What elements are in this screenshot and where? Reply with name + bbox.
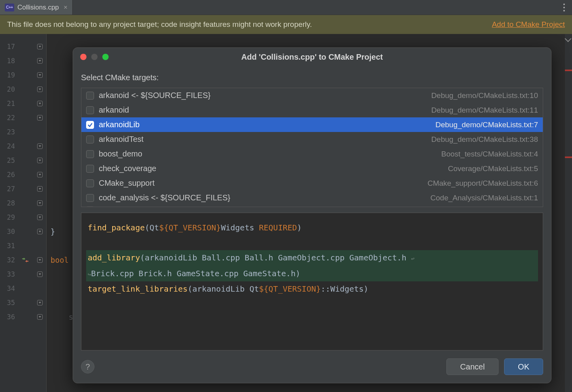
close-icon[interactable]: × [64,4,68,11]
target-name: code_analysis [99,206,421,207]
help-button[interactable]: ? [81,360,94,373]
cmake-preview: find_package(Qt${QT_VERSION}Widgets REQU… [81,213,543,351]
target-path: Debug_demo/CMakeLists.txt:7 [435,121,538,129]
fold-toggle-icon[interactable] [37,229,43,234]
window-controls [80,54,109,60]
cmake-target-row[interactable]: boost_demoBoost_tests/CMakeLists.txt:4 [81,147,543,161]
add-to-cmake-link[interactable]: Add to CMake Project [492,20,565,29]
line-number: 21 [0,96,15,111]
target-checkbox[interactable] [86,136,94,143]
line-number: 18 [0,54,15,68]
banner-message: This file does not belong to any project… [7,20,482,29]
fold-toggle-icon[interactable] [37,257,43,263]
target-checkbox[interactable] [86,206,94,207]
target-path: Debug_demo/CMakeLists.txt:38 [431,135,538,144]
line-number: 24 [0,139,15,153]
tab-options-icon[interactable] [556,0,572,15]
line-number: 17 [0,40,15,54]
target-path: Debug_demo/CMakeLists.txt:11 [431,106,538,115]
add-to-cmake-dialog: Add 'Collisions.cpp' to CMake Project Se… [73,47,551,383]
close-window-icon[interactable] [80,54,87,60]
cmake-target-row[interactable]: arkanoidLibDebug_demo/CMakeLists.txt:7 [81,117,543,132]
line-number: 19 [0,68,15,82]
error-stripe[interactable] [565,34,572,392]
editor-tab[interactable]: C++ Collisions.cpp × [0,0,73,15]
cmake-target-row[interactable]: CMake_supportCMake_support/CMakeLists.tx… [81,176,543,190]
line-number: 26 [0,168,15,182]
target-checkbox[interactable] [86,106,94,114]
target-name: arkanoid <- ${SOURCE_FILES} [99,91,427,100]
cpp-file-icon: C++ [5,4,14,11]
target-checkbox[interactable] [86,121,94,129]
cmake-target-row[interactable]: code_analysis <- ${SOURCE_FILES}Code_Ana… [81,190,543,205]
line-number: 31 [0,239,15,253]
cmake-target-list[interactable]: arkanoid <- ${SOURCE_FILES}Debug_demo/CM… [81,88,543,207]
line-number: 34 [0,281,15,296]
dialog-footer: ? Cancel OK [81,356,543,375]
cancel-button[interactable]: Cancel [446,358,499,375]
line-number: 29 [0,210,15,224]
minimize-window-icon[interactable] [91,54,98,60]
select-targets-label: Select CMake targets: [81,73,543,82]
warning-banner: This file does not belong to any project… [0,15,572,34]
fold-toggle-icon[interactable] [37,271,43,277]
line-number: 35 [0,296,15,310]
error-marker[interactable] [565,156,572,158]
line-number: 25 [0,153,15,168]
target-name: boost_demo [99,149,437,158]
zoom-window-icon[interactable] [102,54,109,60]
target-name: arkanoidTest [99,135,427,144]
line-number-gutter: 1718192021222324252627282930313233343536 [0,34,17,392]
target-checkbox[interactable] [86,150,94,158]
error-marker[interactable] [565,70,572,71]
fold-toggle-icon[interactable] [37,314,43,320]
target-name: arkanoid [99,106,427,115]
line-number: 36 [0,310,15,324]
fold-gutter [33,34,47,392]
target-checkbox[interactable] [86,194,94,202]
fold-toggle-icon[interactable] [37,215,43,220]
target-name: check_coverage [99,164,443,173]
target-name: CMake_support [99,179,423,188]
fold-toggle-icon[interactable] [37,172,43,177]
dialog-title: Add 'Collisions.cpp' to CMake Project [73,53,551,62]
fold-toggle-icon[interactable] [37,115,43,121]
target-path: Debug_demo/CMakeLists.txt:10 [431,91,538,100]
fold-toggle-icon[interactable] [37,87,43,92]
cmake-target-row[interactable]: code_analysisCode_Analysis/CMakeLists.tx… [81,205,543,207]
target-name: arkanoidLib [99,120,431,129]
fold-toggle-icon[interactable] [37,186,43,192]
vcs-gutter [17,34,33,392]
cmake-target-row[interactable]: arkanoidTestDebug_demo/CMakeLists.txt:38 [81,132,543,147]
chevron-down-icon[interactable] [565,36,572,42]
target-path: Boost_tests/CMakeLists.txt:4 [441,150,538,158]
line-number: 30 [0,224,15,239]
target-path: Coverage/CMakeLists.txt:5 [448,164,538,173]
cmake-target-row[interactable]: arkanoid <- ${SOURCE_FILES}Debug_demo/CM… [81,88,543,103]
target-checkbox[interactable] [86,92,94,100]
line-number: 23 [0,125,15,139]
tab-filename: Collisions.cpp [17,4,59,11]
diff-arrows-icon[interactable] [17,253,33,267]
fold-toggle-icon[interactable] [37,44,43,49]
target-path: CMake_support/CMakeLists.txt:6 [427,179,538,188]
fold-toggle-icon[interactable] [37,200,43,206]
target-checkbox[interactable] [86,179,94,187]
fold-toggle-icon[interactable] [37,143,43,149]
line-number: 20 [0,82,15,96]
fold-toggle-icon[interactable] [37,158,43,163]
fold-toggle-icon[interactable] [37,58,43,64]
line-number: 33 [0,267,15,281]
fold-toggle-icon[interactable] [37,101,43,106]
fold-toggle-icon[interactable] [37,72,43,78]
target-path: Code_Analysis/CMakeLists.txt:17 [426,206,538,207]
editor-tab-bar: C++ Collisions.cpp × [0,0,572,15]
target-path: Code_Analysis/CMakeLists.txt:1 [431,194,538,202]
target-name: code_analysis <- ${SOURCE_FILES} [99,193,426,202]
target-checkbox[interactable] [86,165,94,173]
fold-toggle-icon[interactable] [37,300,43,305]
cmake-target-row[interactable]: check_coverageCoverage/CMakeLists.txt:5 [81,161,543,176]
line-number: 27 [0,182,15,196]
cmake-target-row[interactable]: arkanoidDebug_demo/CMakeLists.txt:11 [81,103,543,117]
ok-button[interactable]: OK [504,358,543,375]
